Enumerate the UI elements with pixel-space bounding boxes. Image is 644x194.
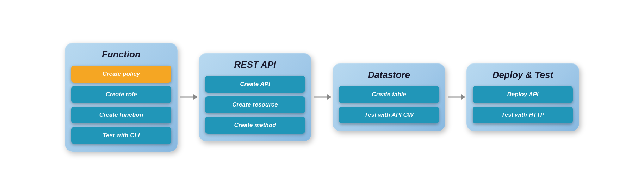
arrow-2 [445, 86, 466, 108]
arrow-1 [311, 86, 333, 108]
item-btn-function-3[interactable]: Test with CLI [71, 127, 171, 144]
svg-marker-1 [193, 94, 198, 100]
item-btn-function-1[interactable]: Create role [71, 86, 171, 103]
panel-datastore: DatastoreCreate tableTest with API GW [333, 63, 445, 131]
svg-marker-3 [327, 94, 332, 100]
panel-items-function: Create policyCreate roleCreate functionT… [71, 66, 171, 144]
item-btn-datastore-0[interactable]: Create table [339, 86, 439, 103]
panel-title-datastore: Datastore [339, 69, 439, 80]
panel-rest-api: REST APICreate APICreate resourceCreate … [199, 53, 311, 141]
panel-items-rest-api: Create APICreate resourceCreate method [205, 76, 305, 134]
arrow-0 [178, 86, 199, 108]
diagram: FunctionCreate policyCreate roleCreate f… [58, 36, 586, 159]
svg-marker-5 [461, 94, 465, 100]
item-btn-deploy-test-0[interactable]: Deploy API [473, 86, 573, 103]
panel-title-function: Function [71, 49, 171, 60]
item-btn-rest-api-1[interactable]: Create resource [205, 96, 305, 113]
panel-items-deploy-test: Deploy APITest with HTTP [473, 86, 573, 123]
item-btn-datastore-1[interactable]: Test with API GW [339, 107, 439, 123]
panel-title-deploy-test: Deploy & Test [473, 69, 573, 80]
panel-title-rest-api: REST API [205, 59, 305, 70]
item-btn-rest-api-2[interactable]: Create method [205, 117, 305, 134]
item-btn-rest-api-0[interactable]: Create API [205, 76, 305, 93]
item-btn-function-2[interactable]: Create function [71, 107, 171, 123]
panel-items-datastore: Create tableTest with API GW [339, 86, 439, 123]
panel-deploy-test: Deploy & TestDeploy APITest with HTTP [466, 63, 579, 131]
item-btn-deploy-test-1[interactable]: Test with HTTP [473, 107, 573, 123]
item-btn-function-0[interactable]: Create policy [71, 66, 171, 83]
panel-function: FunctionCreate policyCreate roleCreate f… [65, 43, 178, 152]
